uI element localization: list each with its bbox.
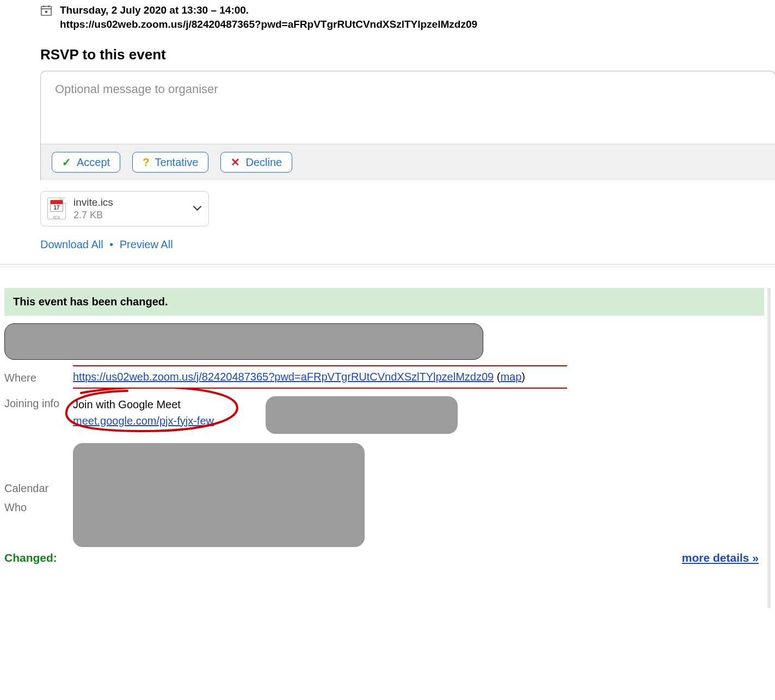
svg-rect-4 <box>45 11 47 13</box>
attachment-name: invite.ics <box>73 196 187 209</box>
check-icon: ✓ <box>62 156 71 169</box>
where-zoom-link[interactable]: https://us02web.zoom.us/j/82420487365?pw… <box>73 371 494 383</box>
separator-dot: • <box>109 238 113 250</box>
redacted-block <box>73 443 365 547</box>
event-datetime: Thursday, 2 July 2020 at 13:30 – 14:00. … <box>60 3 477 31</box>
download-all-link[interactable]: Download All <box>40 238 103 250</box>
changed-label: Changed: <box>4 551 57 564</box>
cross-icon: ✕ <box>231 156 240 169</box>
preview-all-link[interactable]: Preview All <box>120 238 173 250</box>
rsvp-heading: RSVP to this event <box>40 46 775 63</box>
accept-label: Accept <box>77 156 110 169</box>
google-meet-link[interactable]: meet.google.com/pjx-fyjx-few <box>73 415 214 427</box>
ics-file-icon: 17 ICS <box>47 198 66 219</box>
tentative-label: Tentative <box>155 156 198 169</box>
annotation-line <box>73 388 567 389</box>
chevron-down-icon <box>194 205 202 212</box>
annotation-line <box>73 365 567 366</box>
map-link[interactable]: map <box>500 371 521 383</box>
paren-close: ) <box>521 371 525 383</box>
event-changed-banner: This event has been changed. <box>4 288 764 316</box>
accept-button[interactable]: ✓ Accept <box>52 152 120 173</box>
redacted-title <box>4 323 483 360</box>
joining-info-label: Joining info <box>4 396 73 410</box>
tentative-button[interactable]: ? Tentative <box>132 152 208 173</box>
rsvp-button-row: ✓ Accept ? Tentative ✕ Decline <box>41 144 775 180</box>
who-label: Who <box>4 501 73 514</box>
redacted-block <box>266 396 458 434</box>
where-label: Where <box>4 371 73 384</box>
attachment-item[interactable]: 17 ICS invite.ics 2.7 KB <box>40 191 209 226</box>
section-divider <box>0 264 775 267</box>
more-details-link[interactable]: more details » <box>682 551 759 564</box>
rsvp-panel: ✓ Accept ? Tentative ✕ Decline <box>40 71 775 180</box>
calendar-icon <box>40 4 52 16</box>
calendar-label: Calendar <box>4 482 73 495</box>
attachment-size: 2.7 KB <box>73 209 187 222</box>
organiser-message-input[interactable] <box>41 71 775 141</box>
question-icon: ? <box>143 156 149 169</box>
decline-button[interactable]: ✕ Decline <box>220 152 292 173</box>
decline-label: Decline <box>245 156 282 169</box>
